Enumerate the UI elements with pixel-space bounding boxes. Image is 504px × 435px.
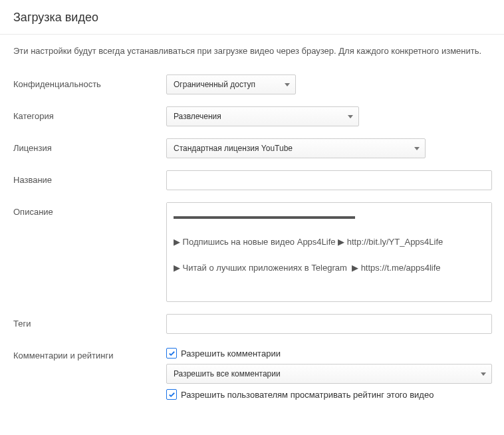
row-comments: Комментарии и рейтинги Разрешить коммент… — [13, 346, 491, 405]
upload-defaults-form: Конфиденциальность Ограниченный доступ К… — [0, 68, 504, 430]
label-comments: Комментарии и рейтинги — [13, 346, 166, 361]
privacy-dropdown-value: Ограниченный доступ — [174, 80, 255, 89]
label-license: Лицензия — [13, 138, 166, 153]
row-tags: Теги — [13, 314, 491, 334]
category-dropdown-value: Развлечения — [174, 112, 221, 121]
caret-down-icon — [348, 115, 353, 118]
privacy-dropdown[interactable]: Ограниченный доступ — [166, 74, 296, 94]
allow-rating-line: Разрешить пользователям просматривать ре… — [166, 389, 492, 400]
row-description: Описание — [13, 202, 491, 302]
tags-input[interactable] — [166, 314, 492, 334]
license-dropdown[interactable]: Стандартная лицензия YouTube — [166, 138, 426, 158]
label-description: Описание — [13, 202, 166, 217]
row-title: Название — [13, 170, 491, 190]
caret-down-icon — [481, 372, 486, 376]
allow-comments-line: Разрешить комментарии — [166, 348, 492, 359]
row-category: Категория Развлечения — [13, 106, 491, 126]
allow-comments-checkbox[interactable] — [166, 348, 177, 359]
comments-mode-value: Разрешить все комментарии — [174, 369, 281, 378]
page-header: Загрузка видео — [0, 0, 504, 35]
label-tags: Теги — [13, 314, 166, 329]
label-privacy: Конфиденциальность — [13, 74, 166, 89]
description-wrap — [166, 202, 492, 302]
category-dropdown[interactable]: Развлечения — [166, 106, 359, 126]
caret-down-icon — [414, 147, 420, 150]
allow-comments-label: Разрешить комментарии — [181, 349, 281, 359]
check-icon — [168, 350, 176, 357]
page-title: Загрузка видео — [13, 11, 491, 25]
title-input[interactable] — [166, 170, 492, 190]
caret-down-icon — [285, 83, 290, 86]
label-category: Категория — [13, 106, 166, 121]
allow-rating-checkbox[interactable] — [166, 389, 177, 400]
comments-mode-dropdown[interactable]: Разрешить все комментарии — [166, 364, 492, 384]
row-privacy: Конфиденциальность Ограниченный доступ — [13, 74, 491, 94]
description-textarea[interactable] — [167, 203, 491, 299]
allow-rating-label: Разрешить пользователям просматривать ре… — [181, 390, 434, 400]
intro-text: Эти настройки будут всегда устанавливать… — [0, 35, 504, 68]
license-dropdown-value: Стандартная лицензия YouTube — [174, 144, 293, 153]
label-title: Название — [13, 170, 166, 185]
check-icon — [168, 391, 176, 398]
row-license: Лицензия Стандартная лицензия YouTube — [13, 138, 491, 158]
